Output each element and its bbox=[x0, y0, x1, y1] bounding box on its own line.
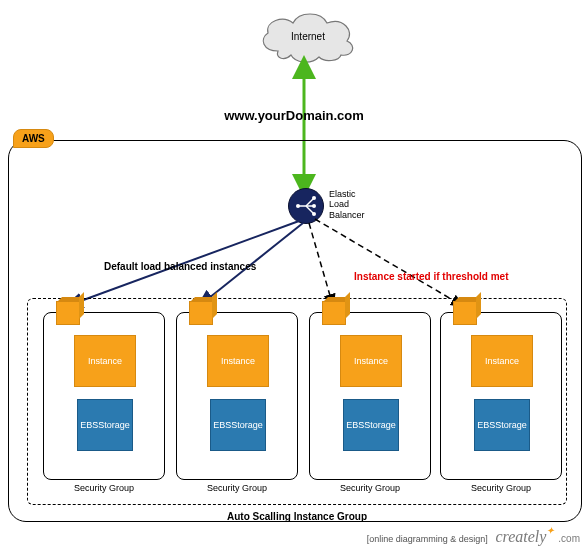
svg-point-7 bbox=[312, 204, 316, 208]
sg-cube-icon bbox=[189, 301, 213, 325]
branding-tagline: [online diagramming & design] bbox=[367, 534, 488, 544]
domain-label: www.yourDomain.com bbox=[0, 108, 588, 123]
elb-node bbox=[288, 188, 324, 224]
sg-caption: Security Group bbox=[44, 483, 164, 493]
instance-box: Instance bbox=[340, 335, 402, 387]
ebs-box: EBSStorage bbox=[210, 399, 266, 451]
load-balancer-icon bbox=[294, 194, 318, 218]
note-threshold: Instance started if threshold met bbox=[354, 271, 508, 282]
note-default-balanced: Default load balanced instances bbox=[104, 261, 256, 272]
security-group-3: Instance EBSStorage Security Group bbox=[309, 312, 431, 480]
svg-line-11 bbox=[309, 223, 333, 306]
svg-point-8 bbox=[312, 212, 316, 216]
auto-scaling-group: Instance EBSStorage Security Group Insta… bbox=[27, 298, 567, 505]
aws-region-box: AWS Elastic Load Balancer bbox=[8, 140, 582, 522]
security-group-4: Instance EBSStorage Security Group bbox=[440, 312, 562, 480]
ebs-box: EBSStorage bbox=[474, 399, 530, 451]
internet-cloud: Internet bbox=[253, 5, 363, 67]
aws-badge: AWS bbox=[13, 129, 54, 148]
sg-caption: Security Group bbox=[310, 483, 430, 493]
sparkle-icon: ✦ bbox=[546, 525, 554, 536]
asg-caption: Auto Scalling Instance Group bbox=[28, 511, 566, 522]
svg-point-5 bbox=[296, 204, 300, 208]
ebs-box: EBSStorage bbox=[77, 399, 133, 451]
branding-logo: creately✦ bbox=[495, 528, 558, 545]
sg-cube-icon bbox=[322, 301, 346, 325]
branding-suffix: .com bbox=[558, 533, 580, 544]
instance-box: Instance bbox=[207, 335, 269, 387]
diagram-canvas: Internet www.yourDomain.com AWS bbox=[0, 0, 588, 550]
security-group-2: Instance EBSStorage Security Group bbox=[176, 312, 298, 480]
instance-box: Instance bbox=[74, 335, 136, 387]
instance-box: Instance bbox=[471, 335, 533, 387]
sg-cube-icon bbox=[453, 301, 477, 325]
sg-caption: Security Group bbox=[441, 483, 561, 493]
sg-cube-icon bbox=[56, 301, 80, 325]
svg-point-6 bbox=[312, 196, 316, 200]
branding-footer: [online diagramming & design] creately✦ … bbox=[367, 528, 580, 546]
elb-label: Elastic Load Balancer bbox=[329, 189, 365, 220]
internet-label: Internet bbox=[253, 31, 363, 42]
sg-caption: Security Group bbox=[177, 483, 297, 493]
svg-line-12 bbox=[315, 219, 463, 306]
ebs-box: EBSStorage bbox=[343, 399, 399, 451]
security-group-1: Instance EBSStorage Security Group bbox=[43, 312, 165, 480]
